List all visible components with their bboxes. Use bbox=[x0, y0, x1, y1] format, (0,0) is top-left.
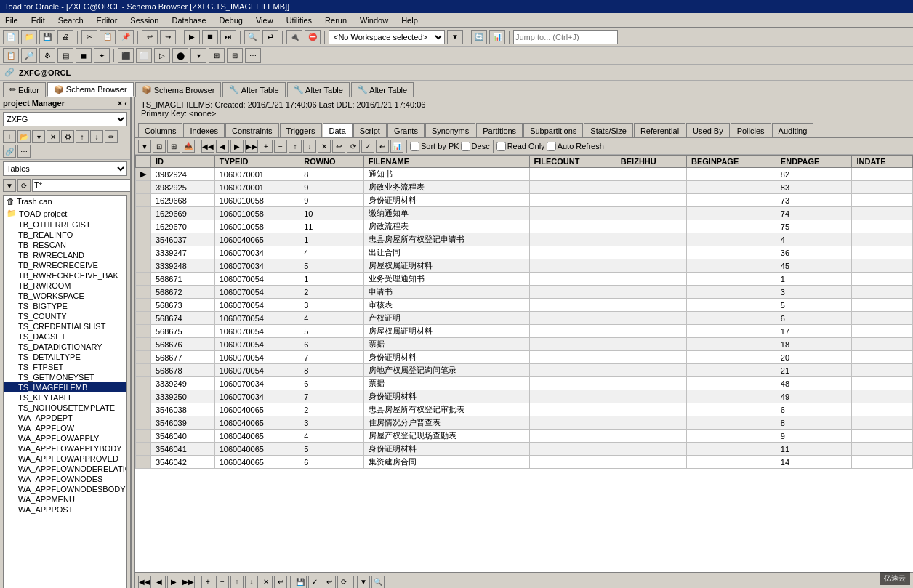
cell-filename[interactable]: 票据 bbox=[363, 377, 529, 390]
cell-id[interactable]: 3339249 bbox=[151, 377, 215, 390]
cell-typeid[interactable]: 1060040065 bbox=[214, 233, 299, 246]
th-rowno[interactable]: ROWNO bbox=[299, 156, 364, 168]
cell-filename[interactable]: 审核表 bbox=[363, 299, 529, 312]
cell-beginpage[interactable] bbox=[687, 207, 776, 220]
cell-beginpage[interactable] bbox=[687, 273, 776, 286]
cell-filename[interactable]: 集资建房合同 bbox=[363, 456, 529, 469]
cell-marker[interactable] bbox=[136, 233, 151, 246]
cell-indate[interactable] bbox=[852, 312, 913, 325]
table-row[interactable]: 354604110600400655身份证明材料11 bbox=[136, 443, 913, 456]
cell-marker[interactable] bbox=[136, 364, 151, 377]
cell-id[interactable]: 3546039 bbox=[151, 416, 215, 430]
tb2-btn5[interactable]: ◼ bbox=[76, 48, 92, 63]
close-panel-btn[interactable]: × ‹ bbox=[118, 99, 127, 108]
cell-filecount[interactable] bbox=[529, 456, 616, 469]
cell-typeid[interactable]: 1060070034 bbox=[214, 390, 299, 403]
cell-typeid[interactable]: 1060070001 bbox=[214, 181, 299, 194]
save-btn[interactable]: 💾 bbox=[39, 30, 55, 44]
cell-beginpage[interactable] bbox=[687, 430, 776, 443]
cell-endpage[interactable]: 48 bbox=[776, 377, 852, 390]
cell-id[interactable]: 3546042 bbox=[151, 456, 215, 469]
cell-filename[interactable]: 通知书 bbox=[363, 168, 529, 181]
cell-rowno[interactable]: 4 bbox=[299, 246, 364, 259]
tb2-btn3[interactable]: ⚙ bbox=[39, 48, 55, 63]
tab-alter-table-3[interactable]: 🔧 Alter Table bbox=[351, 82, 414, 97]
cell-typeid[interactable]: 1060010058 bbox=[214, 220, 299, 233]
cell-beginpage[interactable] bbox=[687, 194, 776, 207]
cell-filecount[interactable] bbox=[529, 312, 616, 325]
cell-indate[interactable] bbox=[852, 286, 913, 299]
cell-marker[interactable] bbox=[136, 351, 151, 364]
tree-item-wa_appflowapplybody[interactable]: WA_APPFLOWAPPLYBODY bbox=[4, 443, 126, 454]
cell-id[interactable]: 3339248 bbox=[151, 259, 215, 273]
filter-data-btn[interactable]: ▼ bbox=[138, 140, 151, 153]
tab-columns[interactable]: Columns bbox=[138, 123, 182, 137]
cell-indate[interactable] bbox=[852, 207, 913, 220]
cell-id[interactable]: 3982925 bbox=[151, 181, 215, 194]
cell-typeid[interactable]: 1060070034 bbox=[214, 377, 299, 390]
schema-btn[interactable]: 📊 bbox=[489, 30, 505, 44]
cell-rowno[interactable]: 3 bbox=[299, 299, 364, 312]
schema-dropdown[interactable]: ZXFG bbox=[3, 112, 127, 126]
cell-beizhhu[interactable] bbox=[616, 377, 686, 390]
table-row[interactable]: 398292510600700019房政业务流程表83 bbox=[136, 181, 913, 194]
cell-beginpage[interactable] bbox=[687, 168, 776, 181]
dn-row-bottom[interactable]: ↓ bbox=[245, 576, 258, 589]
readonly-checkbox[interactable] bbox=[496, 142, 506, 151]
tb2-btn4[interactable]: ▤ bbox=[57, 48, 73, 63]
cell-endpage[interactable]: 82 bbox=[776, 168, 852, 181]
menu-window[interactable]: Window bbox=[358, 15, 390, 25]
table-row[interactable]: 354603910600400653住房情况分户普查表8 bbox=[136, 416, 913, 430]
print-btn[interactable]: 🖨 bbox=[57, 30, 73, 44]
type-dropdown[interactable]: Tables bbox=[3, 161, 127, 176]
cell-id[interactable]: 3339247 bbox=[151, 246, 215, 259]
stop-btn[interactable]: ⏹ bbox=[202, 30, 218, 44]
menu-view[interactable]: View bbox=[254, 15, 275, 25]
cell-beginpage[interactable] bbox=[687, 181, 776, 194]
cell-beizhhu[interactable] bbox=[616, 168, 686, 181]
cell-rowno[interactable]: 2 bbox=[299, 403, 364, 416]
tree-item-wa_apppost[interactable]: WA_APPPOST bbox=[4, 504, 126, 515]
table-row[interactable]: 56867110600700541业务受理通知书1 bbox=[136, 273, 913, 286]
cell-marker[interactable]: ▶ bbox=[136, 168, 151, 181]
step-btn[interactable]: ⏭ bbox=[220, 30, 236, 44]
cell-beizhhu[interactable] bbox=[616, 390, 686, 403]
tab-grants[interactable]: Grants bbox=[387, 123, 425, 137]
cell-filecount[interactable] bbox=[529, 273, 616, 286]
table-row[interactable]: 56867710600700547身份证明材料20 bbox=[136, 351, 913, 364]
cell-endpage[interactable]: 18 bbox=[776, 338, 852, 351]
tree-item-tb_rwrecreceive[interactable]: TB_RWRECRECEIVE bbox=[4, 260, 126, 270]
cell-indate[interactable] bbox=[852, 377, 913, 390]
cell-typeid[interactable]: 1060010058 bbox=[214, 207, 299, 220]
table-row[interactable]: 333924710600700344出让合同36 bbox=[136, 246, 913, 259]
cell-typeid[interactable]: 1060040065 bbox=[214, 403, 299, 416]
new-tree-btn[interactable]: + bbox=[3, 130, 16, 143]
cell-filecount[interactable] bbox=[529, 246, 616, 259]
nav-prev-bottom[interactable]: ◀ bbox=[153, 576, 166, 589]
replace-btn[interactable]: ⇄ bbox=[262, 30, 278, 44]
cell-rowno[interactable]: 1 bbox=[299, 273, 364, 286]
cell-typeid[interactable]: 1060010058 bbox=[214, 194, 299, 207]
cell-id[interactable]: 3546038 bbox=[151, 403, 215, 416]
cell-endpage[interactable]: 83 bbox=[776, 181, 852, 194]
cell-id[interactable]: 568672 bbox=[151, 286, 215, 299]
tree-item-ts_datadictionary[interactable]: TS_DATADICTIONARY bbox=[4, 342, 126, 352]
cell-rowno[interactable]: 5 bbox=[299, 325, 364, 338]
tree-item-wa_appflowapply[interactable]: WA_APPFLOWAPPLY bbox=[4, 433, 126, 443]
cell-endpage[interactable]: 14 bbox=[776, 456, 852, 469]
undo-row-bottom[interactable]: ↩ bbox=[274, 576, 287, 589]
th-typeid[interactable]: TYPEID bbox=[214, 156, 299, 168]
cell-beizhhu[interactable] bbox=[616, 194, 686, 207]
table-row[interactable]: 1629670106001005811房政流程表75 bbox=[136, 220, 913, 233]
up-btn[interactable]: ↑ bbox=[76, 130, 89, 143]
cell-indate[interactable] bbox=[852, 338, 913, 351]
cell-beizhhu[interactable] bbox=[616, 220, 686, 233]
cell-beginpage[interactable] bbox=[687, 364, 776, 377]
cell-filename[interactable]: 房政流程表 bbox=[363, 220, 529, 233]
cell-id[interactable]: 568673 bbox=[151, 299, 215, 312]
commit-bottom[interactable]: ✓ bbox=[308, 576, 321, 589]
tree-item-tb_rwrecland[interactable]: TB_RWRECLAND bbox=[4, 250, 126, 260]
tab-referential[interactable]: Referential bbox=[634, 123, 685, 137]
tree-item-wa_appflownodes[interactable]: WA_APPFLOWNODES bbox=[4, 474, 126, 484]
redo-btn[interactable]: ↪ bbox=[160, 30, 176, 44]
